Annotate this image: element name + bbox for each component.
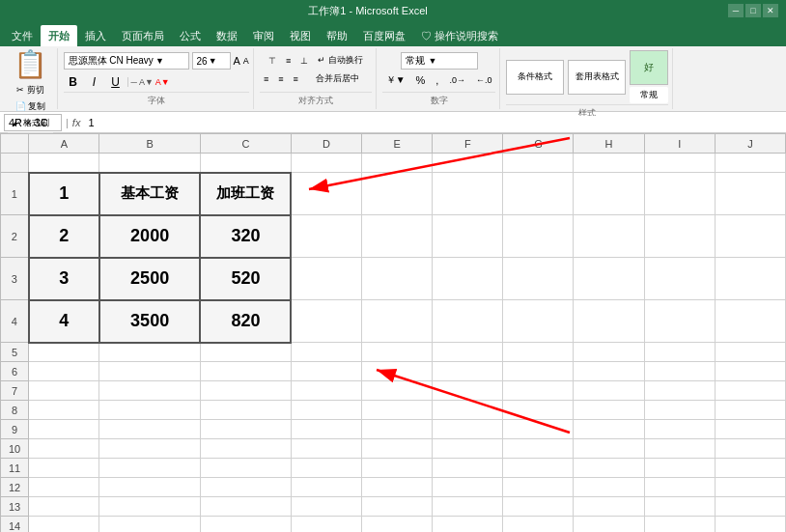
cell-r11-c3[interactable]	[291, 459, 361, 478]
cell-r12-c3[interactable]	[291, 478, 361, 497]
minimize-button[interactable]: ─	[728, 4, 744, 17]
close-button[interactable]: ✕	[763, 4, 778, 17]
cell-r8-c3[interactable]	[291, 401, 361, 420]
cell-r5-c5[interactable]	[433, 343, 503, 362]
cell-r6-c7[interactable]	[574, 362, 644, 381]
cell-r2-c4[interactable]	[362, 215, 433, 258]
cell-r6-c5[interactable]	[433, 362, 503, 381]
cell-r5-c3[interactable]	[291, 343, 361, 362]
cell-r10-c7[interactable]	[574, 439, 644, 459]
col-header-f[interactable]: F	[433, 134, 503, 154]
cell-r7-c1[interactable]	[99, 381, 200, 401]
cell-r11-c6[interactable]	[503, 459, 574, 478]
cell-r9-c1[interactable]	[99, 420, 200, 439]
currency-button[interactable]: ￥▼	[382, 71, 409, 89]
cell-r11-c0[interactable]	[29, 459, 99, 478]
cell-r7-c7[interactable]	[574, 381, 644, 401]
cell-r14-c7[interactable]	[574, 517, 644, 533]
cell-r7-c2[interactable]	[200, 381, 291, 401]
cell-r8-c0[interactable]	[29, 401, 99, 420]
cell-r7-c6[interactable]	[503, 381, 574, 401]
cell-r12-c0[interactable]	[29, 478, 99, 497]
col-header-h[interactable]: H	[574, 134, 644, 154]
cell-r2-c0[interactable]: 2	[29, 215, 99, 258]
cell-r10-c9[interactable]	[715, 439, 785, 459]
cell-r0-c5[interactable]	[433, 154, 503, 173]
cell-r4-c0[interactable]: 4	[29, 300, 99, 343]
col-header-a[interactable]: A	[29, 134, 99, 154]
cell-r9-c8[interactable]	[644, 420, 715, 439]
increase-decimal-button[interactable]: .0→	[445, 73, 469, 87]
align-right-button[interactable]: ≡	[289, 72, 301, 86]
cell-r0-c9[interactable]	[715, 154, 785, 173]
cell-r8-c4[interactable]	[362, 401, 433, 420]
cell-r14-c9[interactable]	[715, 517, 785, 533]
tab-♡ 操作说明搜索[interactable]: ♡ 操作说明搜索	[413, 25, 506, 46]
cell-r12-c4[interactable]	[362, 478, 433, 497]
cell-r13-c9[interactable]	[715, 497, 785, 517]
cell-r1-c3[interactable]	[291, 173, 361, 215]
cell-r1-c1[interactable]: 基本工资	[99, 173, 200, 215]
cell-r13-c5[interactable]	[433, 497, 503, 517]
cell-r14-c3[interactable]	[291, 517, 361, 533]
cell-r5-c6[interactable]	[503, 343, 574, 362]
tab-公式[interactable]: 公式	[172, 25, 209, 46]
tab-视图[interactable]: 视图	[282, 25, 319, 46]
cell-r12-c5[interactable]	[433, 478, 503, 497]
cell-r2-c2[interactable]: 320	[200, 215, 291, 258]
cell-r6-c9[interactable]	[715, 362, 785, 381]
cell-r5-c8[interactable]	[644, 343, 715, 362]
cell-r10-c3[interactable]	[291, 439, 361, 459]
cell-r11-c5[interactable]	[433, 459, 503, 478]
decrease-decimal-button[interactable]: ←.0	[472, 73, 496, 87]
tab-审阅[interactable]: 审阅	[245, 25, 282, 46]
cell-reference[interactable]: 4R × 3C	[4, 114, 62, 131]
cell-r2-c7[interactable]	[574, 215, 644, 258]
align-middle-button[interactable]: ≡	[282, 52, 295, 69]
cell-r4-c7[interactable]	[574, 300, 644, 343]
align-left-button[interactable]: ≡	[260, 72, 272, 86]
cell-r8-c2[interactable]	[200, 401, 291, 420]
tab-百度网盘[interactable]: 百度网盘	[355, 25, 413, 46]
align-top-button[interactable]: ⊤	[265, 52, 280, 69]
cell-r11-c2[interactable]	[200, 459, 291, 478]
cell-r8-c6[interactable]	[503, 401, 574, 420]
cell-r14-c0[interactable]	[29, 517, 99, 533]
cell-r8-c7[interactable]	[574, 401, 644, 420]
cell-r2-c9[interactable]	[715, 215, 785, 258]
cell-r11-c9[interactable]	[715, 459, 785, 478]
font-size-input[interactable]: 26 ▼	[192, 52, 231, 70]
cell-r6-c2[interactable]	[200, 362, 291, 381]
cell-r9-c0[interactable]	[29, 420, 99, 439]
tab-帮助[interactable]: 帮助	[319, 25, 355, 46]
bold-button[interactable]: B	[64, 73, 83, 91]
cell-r6-c0[interactable]	[29, 362, 99, 381]
cell-r12-c2[interactable]	[200, 478, 291, 497]
cell-r0-c6[interactable]	[503, 154, 574, 173]
cell-r7-c8[interactable]	[644, 381, 715, 401]
cell-r11-c4[interactable]	[362, 459, 433, 478]
cell-r14-c2[interactable]	[200, 517, 291, 533]
cell-r10-c8[interactable]	[644, 439, 715, 459]
cell-r4-c2[interactable]: 820	[200, 300, 291, 343]
cut-button[interactable]: ✂ 剪切	[13, 82, 48, 98]
cell-r8-c9[interactable]	[715, 401, 785, 420]
cell-r13-c1[interactable]	[99, 497, 200, 517]
tab-数据[interactable]: 数据	[209, 25, 245, 46]
cell-r8-c1[interactable]	[99, 401, 200, 420]
cell-r4-c9[interactable]	[715, 300, 785, 343]
cell-r6-c4[interactable]	[362, 362, 433, 381]
cell-r12-c8[interactable]	[644, 478, 715, 497]
col-header-g[interactable]: G	[503, 134, 574, 154]
cell-r0-c7[interactable]	[574, 154, 644, 173]
font-name-input[interactable]: 思源黑体 CN Heavy ▼	[64, 52, 189, 70]
cell-r7-c3[interactable]	[291, 381, 361, 401]
cell-r1-c6[interactable]	[503, 173, 574, 215]
cell-r1-c0[interactable]: 1	[29, 173, 99, 215]
cell-r12-c9[interactable]	[715, 478, 785, 497]
cell-r0-c2[interactable]	[200, 154, 291, 173]
cell-r7-c0[interactable]	[29, 381, 99, 401]
cell-r5-c7[interactable]	[574, 343, 644, 362]
cell-r10-c2[interactable]	[200, 439, 291, 459]
cell-r8-c8[interactable]	[644, 401, 715, 420]
